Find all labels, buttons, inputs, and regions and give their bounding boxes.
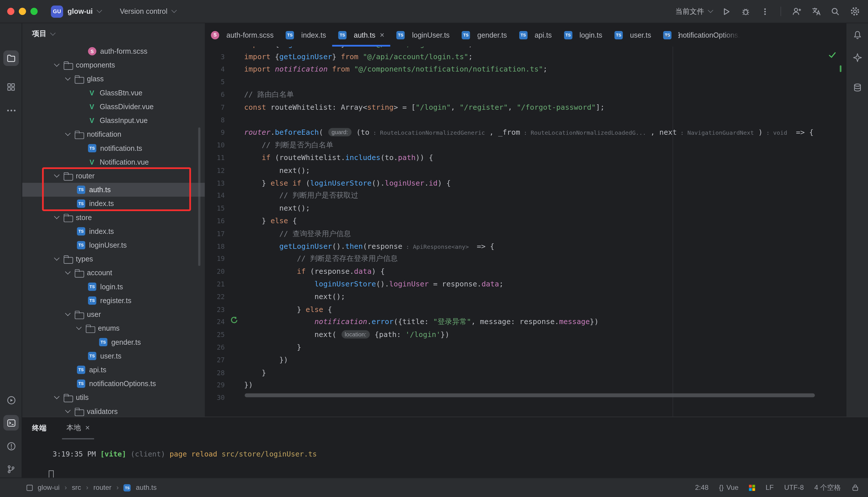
tree-scrollbar[interactable] <box>198 128 200 266</box>
tree-item[interactable]: VGlassDivider.vue <box>22 100 205 113</box>
version-control-menu[interactable]: Version control <box>120 7 167 15</box>
encoding-widget[interactable]: UTF-8 <box>784 484 804 492</box>
tree-item[interactable]: utils <box>22 391 205 404</box>
code-line[interactable]: 27 }) <box>205 354 846 367</box>
line-number[interactable]: 3 <box>205 51 232 63</box>
editor-tab[interactable]: TSindex.ts <box>280 23 332 46</box>
editor-tab[interactable]: TSuser.ts <box>608 23 657 46</box>
tree-item[interactable]: store <box>22 211 205 224</box>
line-number[interactable]: 5 <box>205 76 232 89</box>
line-number[interactable]: 9 <box>205 126 232 139</box>
close-icon[interactable]: × <box>85 424 90 431</box>
line-number[interactable]: 8 <box>205 114 232 127</box>
database-tool-button[interactable] <box>850 80 865 95</box>
tree-item[interactable]: TSuser.ts <box>22 349 205 363</box>
line-number[interactable]: 29 <box>205 379 232 392</box>
fullscreen-window-button[interactable] <box>30 8 38 15</box>
code-line[interactable]: 16 } else { <box>205 215 846 228</box>
code-line[interactable]: 11 if (routeWhitelist.includes(to.path))… <box>205 152 846 164</box>
code-line[interactable]: 24 notification.error({title: "登录异常", me… <box>205 316 846 329</box>
code-line[interactable]: 14 // 判断用户是否获取过 <box>205 189 846 202</box>
code-line[interactable]: 10 // 判断是否为白名单 <box>205 139 846 152</box>
tree-item[interactable]: TSauth.ts <box>22 183 205 197</box>
tab-options-kebab-icon[interactable] <box>675 31 682 39</box>
code-line[interactable]: 21 loginUserStore().loginUser = response… <box>205 278 846 291</box>
line-number[interactable]: 24 <box>205 316 232 329</box>
tree-item[interactable]: notification <box>22 128 205 141</box>
run-tool-button[interactable] <box>3 392 19 408</box>
code-line[interactable]: 9router.beforeEach( guard: (to : RouteLo… <box>205 126 846 139</box>
line-number[interactable]: 17 <box>205 228 232 240</box>
line-number[interactable]: 27 <box>205 354 232 367</box>
tree-item[interactable]: Sauth-form.scss <box>22 44 205 58</box>
editor-tab[interactable]: Sauth-form.scss <box>205 23 280 46</box>
code-line[interactable]: 28 } <box>205 367 846 379</box>
chevron-expanded-icon[interactable] <box>54 61 59 67</box>
tree-item[interactable]: TSlogin.ts <box>22 280 205 294</box>
chevron-expanded-icon[interactable] <box>54 172 59 178</box>
code-line[interactable]: 7const routeWhitelist: Array<string> = [… <box>205 101 846 114</box>
tree-item[interactable]: VNotification.vue <box>22 155 205 169</box>
code-line[interactable]: 4import notification from "@/components/… <box>205 63 846 76</box>
code-line[interactable]: 23 } else { <box>205 303 846 316</box>
ai-assistant-tool-button[interactable] <box>850 50 865 66</box>
tree-item[interactable]: TSloginUser.ts <box>22 238 205 252</box>
chevron-expanded-icon[interactable] <box>65 75 71 81</box>
chevron-expanded-icon[interactable] <box>65 311 71 316</box>
code-line[interactable]: 15 next(); <box>205 202 846 215</box>
translate-icon[interactable] <box>810 6 822 17</box>
line-number[interactable]: 16 <box>205 215 232 228</box>
search-icon[interactable] <box>830 6 841 17</box>
line-number[interactable]: 28 <box>205 367 232 379</box>
editor-tab[interactable]: TSgender.ts <box>456 23 513 46</box>
indent-widget[interactable]: 4 个空格 <box>814 483 841 493</box>
terminal-panel-title[interactable]: 终端 <box>32 423 46 433</box>
horizontal-scrollbar[interactable] <box>245 393 814 397</box>
code-line[interactable]: 19 // 判断是否存在登录用户信息 <box>205 253 846 266</box>
line-number[interactable]: 19 <box>205 253 232 266</box>
code-line[interactable]: 25 next( location: {path: '/login'}) <box>205 329 846 341</box>
line-number[interactable]: 6 <box>205 89 232 101</box>
line-number[interactable]: 18 <box>205 240 232 253</box>
code-line[interactable]: 22 next(); <box>205 291 846 303</box>
line-number[interactable]: 10 <box>205 139 232 152</box>
chevron-expanded-icon[interactable] <box>54 214 59 219</box>
tree-item[interactable]: TSindex.ts <box>22 197 205 211</box>
breadcrumb-item[interactable]: auth.ts <box>136 484 157 492</box>
code-line[interactable]: 13 } else if (loginUserStore().loginUser… <box>205 177 846 189</box>
notifications-tool-button[interactable] <box>850 27 865 43</box>
code-line[interactable]: 6// 路由白名单 <box>205 89 846 101</box>
breadcrumb-item[interactable]: glow-ui <box>38 484 59 492</box>
run-configuration-selector[interactable]: 当前文件 <box>675 6 712 16</box>
code-line[interactable]: 20 if (response.data) { <box>205 266 846 278</box>
version-control-tool-button[interactable] <box>3 462 19 477</box>
code-line[interactable]: 29}) <box>205 379 846 392</box>
tree-item[interactable]: validators <box>22 404 205 416</box>
line-number[interactable]: 21 <box>205 278 232 291</box>
tree-item[interactable]: enums <box>22 322 205 335</box>
breadcrumb-item[interactable]: router <box>93 484 112 492</box>
inspections-ok-icon[interactable] <box>828 51 836 59</box>
microsoft-logo-icon[interactable] <box>749 485 755 491</box>
tree-item[interactable]: TSapi.ts <box>22 363 205 377</box>
line-number[interactable]: 20 <box>205 266 232 278</box>
line-number[interactable]: 23 <box>205 303 232 316</box>
chevron-expanded-icon[interactable] <box>65 269 71 274</box>
problems-tool-button[interactable] <box>3 438 19 454</box>
chevron-expanded-icon[interactable] <box>65 408 71 413</box>
code-line[interactable]: 26 } <box>205 341 846 354</box>
chevron-expanded-icon[interactable] <box>54 394 59 399</box>
line-number[interactable]: 13 <box>205 177 232 189</box>
line-separator-widget[interactable]: LF <box>766 484 774 492</box>
tree-item[interactable]: components <box>22 58 205 72</box>
chevron-expanded-icon[interactable] <box>54 255 59 260</box>
line-number[interactable]: 26 <box>205 341 232 354</box>
minimize-window-button[interactable] <box>19 8 26 15</box>
editor-tab[interactable]: TSloginUser.ts <box>391 23 456 46</box>
tree-item[interactable]: TSnotification.ts <box>22 141 205 155</box>
close-window-button[interactable] <box>7 8 14 15</box>
chevron-expanded-icon[interactable] <box>76 324 82 330</box>
lock-icon[interactable] <box>851 484 859 492</box>
project-name[interactable]: glow-ui <box>68 7 93 15</box>
line-number[interactable]: 4 <box>205 63 232 76</box>
